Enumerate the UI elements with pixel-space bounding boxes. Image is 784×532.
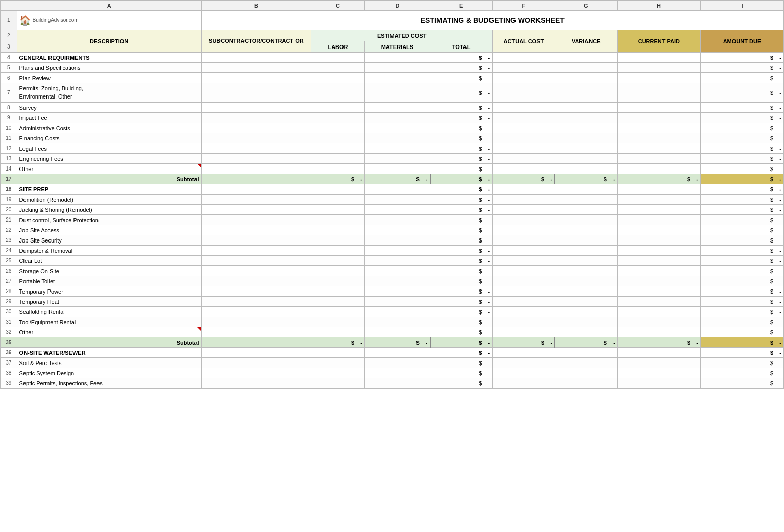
- row-19-desc[interactable]: Demolition (Remodel): [17, 195, 201, 205]
- amount-due-header: AMOUNT DUE: [700, 30, 783, 53]
- current-paid-header: CURRENT PAID: [617, 30, 700, 53]
- row-27-desc[interactable]: Portable Toilet: [17, 276, 201, 286]
- variance-header: VARIANCE: [555, 30, 617, 53]
- row-23-desc[interactable]: Job-Site Security: [17, 235, 201, 246]
- col-i-header: I: [700, 1, 783, 11]
- row-35: 35 Subtotal $ - $ - $ - $ - $ - $ - $ -: [1, 337, 784, 348]
- row-22-desc[interactable]: Job-Site Access: [17, 225, 201, 235]
- row-17: 17 Subtotal $ - $ - $ - $ - $ - $ - $ -: [1, 174, 784, 184]
- estimated-cost-header: ESTIMATED COST: [311, 30, 493, 41]
- row-30-desc[interactable]: Scaffolding Rental: [17, 307, 201, 317]
- water-sewer-label[interactable]: ON-SITE WATER/SEWER: [17, 348, 201, 358]
- row-8-desc[interactable]: Survey: [17, 103, 201, 113]
- row-32-desc[interactable]: Other: [17, 327, 201, 337]
- row-7: 7 Permits: Zoning, Building,Environmenta…: [1, 83, 784, 103]
- title-row: 1 🏠 BuildingAdvisor.com ESTIMATING & BUD…: [1, 11, 784, 30]
- logo-cell: 🏠 BuildingAdvisor.com: [17, 11, 201, 30]
- actual-cost-header: ACTUAL COST: [493, 30, 555, 53]
- spreadsheet: A B C D E F G H I 1 🏠 BuildingAdvisor.co…: [0, 0, 784, 389]
- row-11-desc[interactable]: Financing Costs: [17, 133, 201, 143]
- col-g-header: G: [555, 1, 617, 11]
- logo-icon: 🏠: [19, 15, 31, 26]
- col-c-header: C: [311, 1, 365, 11]
- row-31-desc[interactable]: Tool/Equipment Rental: [17, 317, 201, 327]
- corner-cell: [1, 1, 17, 11]
- col-f-header: F: [493, 1, 555, 11]
- row-5-desc[interactable]: Plans and Specifications: [17, 63, 201, 73]
- subtotal-1-label[interactable]: Subtotal: [17, 174, 201, 184]
- row-28-desc[interactable]: Temporary Power: [17, 286, 201, 297]
- row-38: 38 Septic System Design $ - $ -: [1, 368, 784, 378]
- row-25-desc[interactable]: Clear Lot: [17, 256, 201, 266]
- row-29-desc[interactable]: Temporary Heat: [17, 297, 201, 307]
- row-20: 20 Jacking & Shoring (Remodel) $ - $ -: [1, 205, 784, 215]
- worksheet-title: ESTIMATING & BUDGETING WORKSHEET: [201, 11, 783, 30]
- row-39: 39 Septic Permits, Inspections, Fees $ -…: [1, 378, 784, 389]
- row-26-desc[interactable]: Storage On Site: [17, 266, 201, 276]
- row-23: 23 Job-Site Security $ - $ -: [1, 235, 784, 246]
- row-19: 19 Demolition (Remodel) $ - $ -: [1, 195, 784, 205]
- row-12: 12 Legal Fees $ - $ -: [1, 143, 784, 154]
- general-req-label[interactable]: GENERAL REQUIRMENTS: [17, 53, 201, 63]
- row-9-desc[interactable]: Impact Fee: [17, 113, 201, 123]
- row-num-3: 3: [1, 41, 17, 53]
- row-6: 6 Plan Review $ - $ -: [1, 73, 784, 83]
- row-30: 30 Scaffolding Rental $ - $ -: [1, 307, 784, 317]
- row-11: 11 Financing Costs $ - $ -: [1, 133, 784, 143]
- row-38-desc[interactable]: Septic System Design: [17, 368, 201, 378]
- row-10: 10 Administrative Costs $ - $ -: [1, 123, 784, 133]
- subcontractor-header: SUBCONTRACTOR/CONTRACT OR: [201, 30, 311, 53]
- site-prep-label[interactable]: SITE PREP: [17, 184, 201, 195]
- row-num-2: 2: [1, 30, 17, 41]
- row-24: 24 Dumpster & Removal $ - $ -: [1, 246, 784, 256]
- row-13-desc[interactable]: Engineering Fees: [17, 154, 201, 164]
- row-8: 8 Survey $ - $ -: [1, 103, 784, 113]
- col-d-header: D: [364, 1, 430, 11]
- row-6-desc[interactable]: Plan Review: [17, 73, 201, 83]
- row-7-desc[interactable]: Permits: Zoning, Building,Environmental,…: [17, 83, 201, 103]
- subtotal-2-label[interactable]: Subtotal: [17, 337, 201, 348]
- row-4: 4 GENERAL REQUIRMENTS $ - $ -: [1, 53, 784, 63]
- row-37-desc[interactable]: Soil & Perc Tests: [17, 358, 201, 368]
- row-14-desc[interactable]: Other: [17, 164, 201, 174]
- col-h-header: H: [617, 1, 700, 11]
- row-10-desc[interactable]: Administrative Costs: [17, 123, 201, 133]
- row-9: 9 Impact Fee $ - $ -: [1, 113, 784, 123]
- row-12-desc[interactable]: Legal Fees: [17, 143, 201, 154]
- row-14: 14 Other $ - $ -: [1, 164, 784, 174]
- materials-header: MATERIALS: [364, 41, 430, 53]
- header-row-2: 2 DESCRIPTION SUBCONTRACTOR/CONTRACT OR …: [1, 30, 784, 41]
- row-20-desc[interactable]: Jacking & Shoring (Remodel): [17, 205, 201, 215]
- row-39-desc[interactable]: Septic Permits, Inspections, Fees: [17, 378, 201, 389]
- row-24-desc[interactable]: Dumpster & Removal: [17, 246, 201, 256]
- row-25: 25 Clear Lot $ - $ -: [1, 256, 784, 266]
- row-28: 28 Temporary Power $ - $ -: [1, 286, 784, 297]
- row-21-desc[interactable]: Dust control, Surface Protection: [17, 215, 201, 225]
- row-27: 27 Portable Toilet $ - $ -: [1, 276, 784, 286]
- row-36: 36 ON-SITE WATER/SEWER $ - $ -: [1, 348, 784, 358]
- col-b-header: B: [201, 1, 311, 11]
- row-18: 18 SITE PREP $ - $ -: [1, 184, 784, 195]
- row-5: 5 Plans and Specifications $ - $ -: [1, 63, 784, 73]
- row-num-1: 1: [1, 11, 17, 30]
- labor-header: LABOR: [311, 41, 365, 53]
- row-29: 29 Temporary Heat $ - $ -: [1, 297, 784, 307]
- col-a-header: A: [17, 1, 201, 11]
- row-13: 13 Engineering Fees $ - $ -: [1, 154, 784, 164]
- row-21: 21 Dust control, Surface Protection $ - …: [1, 215, 784, 225]
- total-header: TOTAL: [430, 41, 493, 53]
- row-37: 37 Soil & Perc Tests $ - $ -: [1, 358, 784, 368]
- logo-text: BuildingAdvisor.com: [33, 17, 79, 23]
- row-22: 22 Job-Site Access $ - $ -: [1, 225, 784, 235]
- col-letters-row: A B C D E F G H I: [1, 1, 784, 11]
- col-e-header: E: [430, 1, 493, 11]
- row-32: 32 Other $ - $ -: [1, 327, 784, 337]
- row-26: 26 Storage On Site $ - $ -: [1, 266, 784, 276]
- description-header: DESCRIPTION: [17, 30, 201, 53]
- row-31: 31 Tool/Equipment Rental $ - $ -: [1, 317, 784, 327]
